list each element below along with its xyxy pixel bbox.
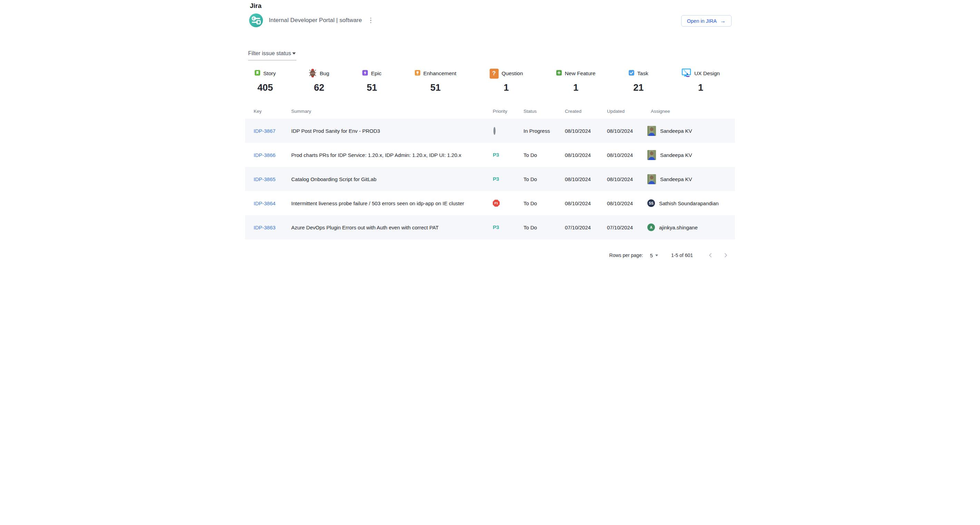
stat-label: Story [263, 70, 276, 76]
assignee-name: Sandeepa KV [660, 128, 692, 134]
issue-updated: 08/10/2024 [607, 152, 648, 158]
priority-p3-badge: P3 [493, 176, 499, 182]
issue-summary: Prod charts PRs for IDP Service: 1.20.x,… [291, 152, 493, 158]
stat-label: Bug [320, 70, 329, 76]
stat-label: Question [502, 70, 523, 76]
issue-status: To Do [523, 176, 565, 182]
open-in-jira-button[interactable]: Open in JIRA → [681, 15, 732, 27]
stat-ux-design: UX Design1 [681, 68, 720, 93]
column-header-created: Created [565, 109, 607, 114]
arrow-right-icon: → [720, 18, 726, 24]
column-header-key: Key [254, 109, 291, 114]
new-feature-icon [556, 70, 562, 77]
assignee-name: ajinkya.shingane [659, 225, 698, 230]
stat-count: 51 [362, 82, 381, 93]
chevron-right-icon [722, 252, 729, 259]
assignee-name: Sathish Soundarapandian [659, 200, 719, 206]
kebab-menu-icon[interactable] [368, 16, 374, 25]
epic-icon [362, 70, 368, 77]
issue-updated: 08/10/2024 [607, 200, 648, 206]
filter-issue-status-select[interactable]: Filter issue status [248, 50, 296, 60]
issue-key-link[interactable]: IDP-3865 [254, 176, 275, 182]
caret-down-icon [655, 255, 658, 256]
table-body: IDP-3867IDP Post Prod Sanity for Env - P… [245, 119, 735, 240]
issue-summary: Catalog Onboarding Script for GitLab [291, 176, 493, 182]
stat-new-feature: New Feature1 [556, 68, 596, 93]
issue-type-stats: Story405</>Bug62Epic51Enhancement51?Ques… [255, 68, 720, 93]
entity-title: Internal Developer Portal | software [269, 17, 362, 24]
issue-updated: 07/10/2024 [607, 225, 648, 230]
next-page-button[interactable] [722, 252, 729, 259]
issue-created: 08/10/2024 [565, 200, 607, 206]
previous-page-button[interactable] [707, 252, 714, 259]
stat-count: 1 [490, 82, 523, 93]
column-header-assignee: Assignee [648, 109, 735, 114]
stat-story: Story405 [255, 68, 276, 93]
assignee-name: Sandeepa KV [660, 176, 692, 182]
table-row: IDP-3864Intermittent liveness probe fail… [245, 191, 735, 215]
issue-updated: 08/10/2024 [607, 128, 648, 134]
rows-per-page-select[interactable]: 5 [650, 252, 658, 259]
pagination-range: 1-5 of 601 [671, 252, 693, 258]
assignee-name: Sandeepa KV [660, 152, 692, 158]
stat-task: Task21 [629, 68, 648, 93]
issue-status: To Do [523, 200, 565, 206]
page-title: Jira [250, 2, 262, 10]
column-header-updated: Updated [607, 109, 648, 114]
question-icon: ? [490, 69, 499, 79]
stat-bug: </>Bug62 [309, 68, 329, 93]
story-icon [255, 70, 260, 77]
stat-question: ?Question1 [490, 68, 523, 93]
issues-table: KeySummaryPriorityStatusCreatedUpdatedAs… [245, 103, 735, 240]
stat-count: 1 [681, 82, 720, 93]
issue-created: 08/10/2024 [565, 128, 607, 134]
issue-summary: Azure DevOps Plugin Errors out with Auth… [291, 225, 493, 230]
issue-summary: IDP Post Prod Sanity for Env - PROD3 [291, 128, 493, 134]
issue-summary: Intermittent liveness probe failure / 50… [291, 200, 493, 206]
rows-per-page-value: 5 [650, 252, 653, 259]
table-header-row: KeySummaryPriorityStatusCreatedUpdatedAs… [245, 103, 735, 119]
open-in-jira-label: Open in JIRA [687, 18, 717, 24]
svg-text:</>: </> [311, 72, 315, 75]
issue-created: 08/10/2024 [565, 176, 607, 182]
column-header-summary: Summary [291, 109, 493, 114]
priority-none-icon [493, 127, 496, 135]
issue-key-link[interactable]: IDP-3864 [254, 200, 275, 206]
stat-label: Epic [371, 70, 381, 76]
stat-label: UX Design [694, 70, 720, 76]
priority-p3-badge: P3 [493, 224, 499, 230]
column-header-priority: Priority [493, 109, 523, 114]
stat-label: Task [637, 70, 648, 76]
assignee-photo-avatar [648, 150, 656, 160]
issue-key-link[interactable]: IDP-3863 [254, 225, 275, 230]
stat-count: 1 [556, 82, 596, 93]
caret-down-icon [292, 52, 296, 54]
filter-issue-status-label: Filter issue status [248, 50, 291, 56]
table-row: IDP-3866Prod charts PRs for IDP Service:… [245, 143, 735, 167]
priority-p3-badge: P3 [493, 152, 499, 158]
column-header-status: Status [523, 109, 565, 114]
assignee-photo-avatar [648, 174, 656, 184]
issue-status: To Do [523, 152, 565, 158]
stat-count: 21 [629, 82, 648, 93]
bug-icon: </> [309, 68, 317, 79]
stat-count: 51 [415, 82, 457, 93]
issue-status: To Do [523, 225, 565, 230]
assignee-photo-avatar [648, 126, 656, 136]
stat-enhancement: Enhancement51 [415, 68, 457, 93]
table-pagination: Rows per page: 5 1-5 of 601 [609, 249, 729, 262]
stat-epic: Epic51 [362, 68, 381, 93]
entity-header: Internal Developer Portal | software [249, 13, 374, 28]
issue-created: 08/10/2024 [565, 152, 607, 158]
task-icon [629, 70, 634, 77]
chevron-left-icon [707, 252, 714, 259]
stat-count: 405 [255, 82, 276, 93]
enhancement-icon [415, 70, 420, 77]
stat-count: 62 [309, 82, 329, 93]
issue-key-link[interactable]: IDP-3866 [254, 152, 275, 158]
issue-key-link[interactable]: IDP-3867 [254, 128, 275, 134]
assignee-initials-avatar: A [648, 224, 655, 231]
assignee-initials-avatar: SS [648, 199, 655, 207]
stat-label: New Feature [565, 70, 596, 76]
priority-p1-badge: P1 [493, 200, 500, 207]
